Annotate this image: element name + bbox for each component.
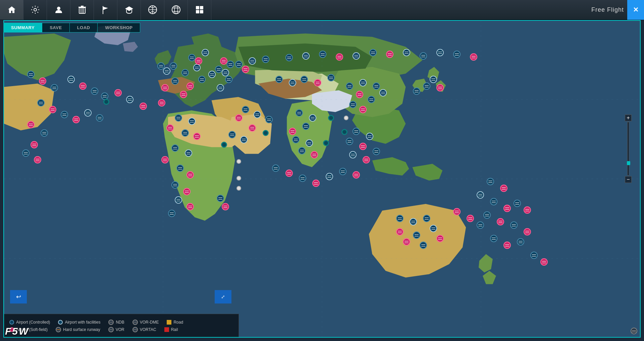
airport-marker[interactable] <box>524 206 531 214</box>
airport-marker[interactable] <box>420 52 427 60</box>
airport-marker[interactable] <box>346 138 353 145</box>
airport-marker[interactable] <box>186 203 194 210</box>
globe-nav-btn[interactable] <box>164 0 188 20</box>
zoom-thumb[interactable] <box>627 161 630 165</box>
airport-marker[interactable] <box>186 82 194 90</box>
airport-marker[interactable] <box>296 109 303 117</box>
airport-marker[interactable] <box>302 52 310 60</box>
back-button[interactable]: ↩ <box>10 290 27 303</box>
expand-button[interactable]: ⤢ <box>215 290 231 303</box>
airport-marker[interactable] <box>467 215 474 222</box>
airport-marker[interactable] <box>311 151 318 158</box>
airport-marker[interactable] <box>503 242 511 249</box>
airport-marker[interactable] <box>346 82 353 90</box>
airport-marker[interactable] <box>272 164 279 172</box>
flight-nav-btn[interactable] <box>141 0 164 20</box>
map-container[interactable]: + − ↩ ⤢ Airport (Controlled) Airport wit… <box>3 20 641 338</box>
airport-marker[interactable] <box>140 103 147 110</box>
airport-marker[interactable] <box>319 51 326 58</box>
airport-marker[interactable] <box>185 149 192 157</box>
airport-marker[interactable] <box>228 131 236 138</box>
zoom-in-button[interactable]: + <box>625 115 632 121</box>
airport-marker[interactable] <box>175 114 182 122</box>
airport-marker[interactable] <box>180 91 187 98</box>
airport-marker[interactable] <box>225 76 232 83</box>
airport-marker[interactable] <box>490 198 497 205</box>
close-nav-btn[interactable]: ✕ <box>627 0 644 20</box>
airport-marker[interactable] <box>163 67 170 75</box>
airport-marker[interactable] <box>254 111 261 118</box>
airport-marker[interactable] <box>326 173 333 180</box>
airport-marker[interactable] <box>168 210 175 217</box>
airport-marker[interactable] <box>497 218 504 225</box>
airport-marker[interactable] <box>285 169 293 177</box>
airport-marker[interactable] <box>242 66 249 73</box>
airport-marker[interactable] <box>96 114 103 122</box>
airport-marker[interactable] <box>359 79 367 86</box>
airport-marker[interactable] <box>396 228 404 235</box>
airport-marker[interactable] <box>31 141 38 148</box>
airport-marker[interactable] <box>314 79 321 86</box>
airport-marker[interactable] <box>275 76 283 83</box>
airport-marker[interactable] <box>503 205 511 212</box>
tab-workshop[interactable]: WORKSHOP <box>98 23 140 32</box>
airport-marker[interactable] <box>37 99 45 107</box>
airport-marker[interactable] <box>524 228 531 235</box>
airport-marker[interactable] <box>302 123 310 130</box>
home-nav-btn[interactable] <box>0 0 23 20</box>
airport-marker[interactable] <box>217 84 224 91</box>
tab-save[interactable]: SAVE <box>42 23 69 32</box>
flag-nav-btn[interactable] <box>94 0 117 20</box>
airport-marker[interactable] <box>171 77 179 85</box>
airport-marker[interactable] <box>41 129 48 137</box>
airport-marker[interactable] <box>171 181 179 189</box>
settings-nav-btn[interactable] <box>23 0 47 20</box>
airport-marker[interactable] <box>430 225 437 232</box>
airport-marker[interactable] <box>299 175 306 182</box>
airport-marker[interactable] <box>386 51 393 58</box>
airport-marker[interactable] <box>423 215 430 222</box>
graduation-nav-btn[interactable] <box>117 0 141 20</box>
airport-marker[interactable] <box>61 111 68 118</box>
airport-marker[interactable] <box>161 84 169 91</box>
airport-marker[interactable] <box>353 52 360 60</box>
airport-marker[interactable] <box>262 56 269 63</box>
airport-marker[interactable] <box>403 49 410 56</box>
airport-marker[interactable] <box>166 124 174 132</box>
airport-marker[interactable] <box>222 203 229 210</box>
airport-marker[interactable] <box>396 215 404 222</box>
airport-marker[interactable] <box>175 196 182 204</box>
airport-marker[interactable] <box>436 49 444 56</box>
airport-marker[interactable] <box>483 211 491 219</box>
airport-marker[interactable] <box>309 114 316 122</box>
airport-marker[interactable] <box>51 84 58 91</box>
airport-marker[interactable] <box>72 116 80 123</box>
airport-marker[interactable] <box>114 89 122 96</box>
airport-marker[interactable] <box>193 133 201 140</box>
airport-marker[interactable] <box>235 61 243 68</box>
airport-marker[interactable] <box>49 106 56 113</box>
airport-marker[interactable] <box>500 185 507 192</box>
airport-marker[interactable] <box>349 101 357 108</box>
airport-marker[interactable] <box>423 82 430 90</box>
airport-marker[interactable] <box>39 77 46 85</box>
zoom-out-button[interactable]: − <box>625 176 632 183</box>
airport-marker[interactable] <box>215 66 222 73</box>
airport-marker[interactable] <box>353 128 360 135</box>
airport-marker[interactable] <box>373 148 380 155</box>
zoom-track[interactable] <box>627 122 629 176</box>
airport-marker[interactable] <box>265 116 273 123</box>
airport-marker[interactable] <box>170 62 177 70</box>
airport-marker[interactable] <box>188 118 196 125</box>
airport-marker[interactable] <box>161 156 169 163</box>
airport-marker[interactable] <box>22 149 30 157</box>
airport-marker[interactable] <box>183 188 191 195</box>
airport-marker[interactable] <box>171 144 179 152</box>
airport-marker[interactable] <box>181 129 189 137</box>
airport-marker[interactable] <box>217 195 224 202</box>
airport-marker[interactable] <box>220 57 227 65</box>
airport-marker[interactable] <box>91 87 98 95</box>
airport-marker[interactable] <box>359 143 367 150</box>
tab-summary[interactable]: SUMMARY <box>3 23 42 32</box>
airport-marker[interactable] <box>176 164 184 172</box>
